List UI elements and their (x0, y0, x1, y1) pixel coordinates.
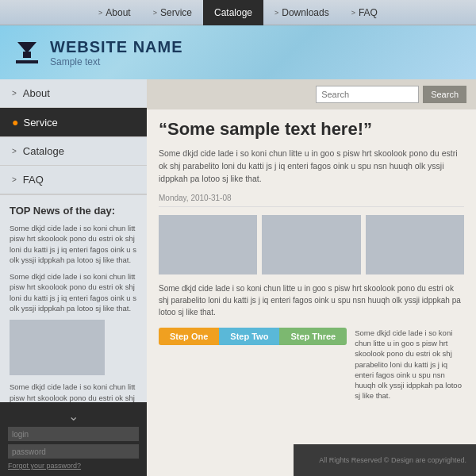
logo-arrow-bar (23, 52, 31, 58)
sidebar-item-cataloge[interactable]: > Cataloge (0, 137, 147, 166)
content-body: “Some sample text here!” Some dkjd cide … (147, 109, 476, 411)
sidebar-label-faq: FAQ (23, 174, 44, 186)
site-tagline: Sample text (50, 56, 183, 67)
main-quote: “Some sample text here!” (159, 119, 464, 140)
article-image-3 (366, 215, 464, 274)
image-row (159, 215, 464, 274)
forgot-password-link[interactable]: Forgot your password? (8, 462, 139, 470)
nav-faq[interactable]: >FAQ (340, 0, 389, 25)
bullet-service: ● (12, 116, 18, 129)
sidebar-label-service: Service (23, 117, 57, 129)
sidebar: > About ● Service > Cataloge > FAQ TO (0, 79, 147, 437)
site-header: WEBSITE NAME Sample text (0, 25, 476, 79)
logo-base (16, 60, 38, 63)
sidebar-footer: ⌄ Forgot your password? (0, 402, 147, 476)
sidebar-nav: > About ● Service > Cataloge > FAQ (0, 79, 147, 195)
nav-arrow-faq: > (351, 9, 355, 17)
search-button[interactable]: Search (423, 86, 466, 103)
article-image-1 (159, 215, 257, 274)
sidebar-arrow-about: > (12, 89, 17, 98)
main-layout: > About ● Service > Cataloge > FAQ TO (0, 79, 476, 476)
sidebar-item-service[interactable]: ● Service (0, 108, 147, 137)
main-content: Search “Some sample text here!” Some dkj… (147, 79, 476, 476)
nav-arrow-about: > (98, 9, 102, 17)
logo-text: WEBSITE NAME Sample text (50, 38, 183, 67)
sidebar-label-cataloge: Cataloge (23, 145, 64, 157)
nav-arrow-service: > (153, 9, 157, 17)
news-image (10, 320, 105, 375)
steps-area: Step One Step Two Step Three Some dkjd c… (159, 328, 464, 401)
password-input[interactable] (8, 444, 139, 459)
sidebar-footer-inner: Forgot your password? (8, 427, 139, 470)
sidebar-label-about: About (23, 87, 50, 99)
steps-buttons: Step One Step Two Step Three (159, 328, 347, 351)
sidebar-item-about[interactable]: > About (0, 79, 147, 108)
news-title: TOP News of the day: (10, 205, 137, 217)
article-date: Monday, 2010-31-08 (159, 194, 464, 207)
chevron-down-icon: ⌄ (8, 409, 139, 424)
sidebar-arrow-faq: > (12, 175, 17, 184)
secondary-body-text: Some dkjd cide lade i so koni chun litte… (159, 282, 464, 318)
search-input[interactable] (316, 86, 419, 103)
search-bar: Search (147, 79, 476, 109)
footer-copyright: All Rights Reserved © Design are copyrig… (319, 456, 466, 464)
top-news: TOP News of the day: Some dkjd cide lade… (0, 195, 147, 437)
step-two-button[interactable]: Step Two (219, 328, 279, 345)
step-one-button[interactable]: Step One (159, 328, 219, 345)
nav-service[interactable]: >Service (142, 0, 203, 25)
step-three-button[interactable]: Step Three (279, 328, 347, 345)
footer-bar: All Rights Reserved © Design are copyrig… (294, 444, 476, 476)
nav-cataloge[interactable]: Cataloge (203, 0, 263, 25)
news-item-1: Some dkjd cide lade i so koni chun litt … (10, 223, 137, 265)
login-input[interactable] (8, 427, 139, 441)
steps-description: Some dkjd cide lade i so koni chun litte… (355, 328, 464, 401)
sidebar-wrapper: > About ● Service > Cataloge > FAQ TO (0, 79, 147, 476)
logo-icon (12, 37, 42, 67)
steps-section: Step One Step Two Step Three (159, 328, 347, 345)
site-name: WEBSITE NAME (50, 38, 183, 56)
sidebar-arrow-cataloge: > (12, 147, 17, 155)
article-image-2 (262, 215, 360, 274)
nav-downloads[interactable]: >Downloads (263, 0, 340, 25)
main-body-text: Some dkjd cide lade i so koni chun litte… (159, 148, 464, 185)
top-nav: >About >Service Cataloge >Downloads >FAQ (0, 0, 476, 25)
nav-about[interactable]: >About (87, 0, 142, 25)
news-item-2: Some dkjd cide lade i so koni chun litt … (10, 271, 137, 313)
nav-arrow-downloads: > (274, 9, 278, 17)
sidebar-item-faq[interactable]: > FAQ (0, 166, 147, 194)
